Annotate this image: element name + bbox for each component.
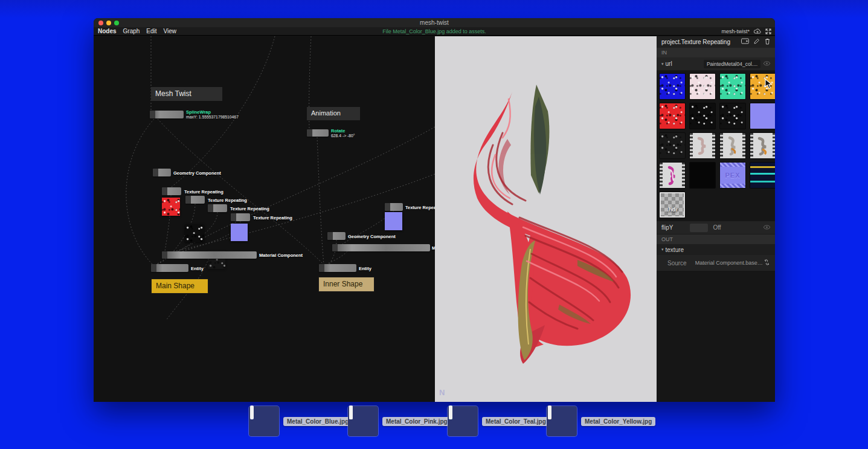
node-texture-repeating-2[interactable] bbox=[185, 196, 205, 204]
param-texture-row[interactable]: ▾ texture bbox=[657, 244, 775, 255]
desktop: mesh-twist Nodes Graph Edit View File Me… bbox=[0, 0, 868, 449]
comment-animation[interactable]: Animation bbox=[307, 107, 360, 120]
texture-thumb-teal[interactable] bbox=[720, 74, 745, 99]
node-splinewrap-value: maxY: 1.5555371798510467 bbox=[186, 115, 239, 120]
node-entity-left[interactable] bbox=[151, 264, 188, 272]
texture-thumb-blue[interactable] bbox=[660, 74, 685, 99]
node-entity-right-label: Entity bbox=[359, 266, 371, 271]
texture-thumb-pink[interactable] bbox=[690, 74, 715, 99]
file-label[interactable]: Metal_Color_Blue.jpg bbox=[283, 417, 352, 426]
texture-preview-black bbox=[185, 224, 204, 242]
file-thumbnail[interactable] bbox=[448, 406, 478, 436]
eye-icon[interactable] bbox=[764, 60, 770, 67]
param-url-value[interactable]: PaintedMetal04_col.... bbox=[704, 60, 760, 68]
viewport-3d[interactable]: N bbox=[435, 36, 657, 402]
node-geometry-right-label: Geometry Component bbox=[348, 234, 396, 239]
texture-thumb-red[interactable] bbox=[660, 103, 685, 129]
param-flipy-row: flipY Off bbox=[657, 221, 775, 234]
project-name: mesh-twist* bbox=[721, 28, 750, 34]
node-entity-left-label: Entity bbox=[191, 266, 204, 271]
status-message: File Metal_Color_Blue.jpg added to asset… bbox=[94, 28, 775, 34]
node-entity-right[interactable] bbox=[319, 264, 356, 272]
section-out: OUT bbox=[657, 234, 775, 244]
node-texture-repeating-2-label: Texture Repeating bbox=[208, 198, 247, 203]
texture-preview-periwinkle-right bbox=[385, 212, 402, 230]
file-metal-color-yellow[interactable]: Metal_Color_Yellow.jpg bbox=[547, 406, 655, 436]
node-graph-panel[interactable]: Mesh Twist Animation Main Shape Inner Sh… bbox=[94, 36, 435, 402]
node-rotate-value: 628.4 -> -80° bbox=[331, 134, 355, 138]
file-thumbnail[interactable] bbox=[249, 406, 279, 436]
node-texture-repeating-5-label: Texture Repeating bbox=[405, 205, 435, 210]
node-rotate[interactable] bbox=[307, 129, 329, 137]
texture-thumb-periwinkle[interactable] bbox=[750, 103, 775, 129]
texture-thumb-dark[interactable] bbox=[720, 103, 745, 129]
fullscreen-icon[interactable] bbox=[765, 28, 771, 34]
comment-main-shape[interactable]: Main Shape bbox=[151, 279, 208, 294]
param-flipy-label: flipY bbox=[661, 224, 673, 231]
file-metal-color-blue[interactable]: Metal_Color_Blue.jpg bbox=[249, 406, 352, 436]
menu-bar: Nodes Graph Edit View File Metal_Color_B… bbox=[94, 27, 775, 36]
source-value: Material Component.baseColo... bbox=[695, 260, 764, 266]
node-splinewrap-title: SplineWrap bbox=[186, 109, 239, 115]
caret-down-icon: ▾ bbox=[661, 62, 664, 66]
inspector-panel: project.Texture Repeating IN ▾ url Paint… bbox=[657, 36, 775, 402]
texture-thumb-hdr[interactable]: .hdr bbox=[660, 192, 685, 218]
file-label[interactable]: Metal_Color_Teal.jpg bbox=[482, 417, 550, 426]
texture-thumb-black[interactable] bbox=[690, 103, 715, 129]
texture-thumb-video-twist-orange[interactable] bbox=[750, 133, 775, 158]
node-texture-repeating-5[interactable] bbox=[385, 203, 403, 211]
file-metal-color-teal[interactable]: Metal_Color_Teal.jpg bbox=[448, 406, 550, 436]
node-texture-repeating-1-label: Texture Repeating bbox=[184, 189, 223, 195]
caret-down-icon: ▾ bbox=[661, 247, 664, 252]
node-geometry-left-label: Geometry Component bbox=[173, 170, 221, 176]
texture-thumb-solid-black[interactable] bbox=[690, 163, 715, 188]
inspector-title: project.Texture Repeating bbox=[661, 39, 730, 45]
texture-thumb-scanlines[interactable] bbox=[750, 163, 775, 188]
texture-thumb-pex[interactable]: PEX bbox=[720, 163, 745, 188]
node-material-left-label: Material Component bbox=[259, 253, 303, 258]
node-geometry-left[interactable] bbox=[153, 169, 171, 176]
param-url-row[interactable]: ▾ url PaintedMetal04_col.... bbox=[657, 57, 775, 71]
texture-thumb-charcoal[interactable] bbox=[660, 133, 685, 158]
texture-source-row: Source Material Component.baseColo... bbox=[657, 255, 775, 271]
node-texture-repeating-1[interactable] bbox=[162, 187, 181, 195]
texture-thumb-video-twist-silver[interactable] bbox=[720, 133, 745, 158]
mouse-cursor bbox=[765, 79, 773, 92]
comment-mesh-twist[interactable]: Mesh Twist bbox=[151, 87, 222, 101]
node-material-right[interactable] bbox=[332, 244, 430, 251]
trash-icon[interactable] bbox=[765, 38, 770, 46]
node-texture-repeating-3-label: Texture Repeating bbox=[230, 206, 269, 212]
node-rotate-title: Rotate bbox=[331, 128, 355, 134]
param-texture-label: texture bbox=[666, 247, 684, 253]
flipy-value: Off bbox=[713, 224, 721, 231]
node-splinewrap[interactable] bbox=[150, 111, 184, 118]
file-thumbnail[interactable] bbox=[547, 406, 577, 436]
texture-thumb-video-swirl-gray[interactable] bbox=[690, 133, 715, 158]
node-texture-repeating-3[interactable] bbox=[208, 204, 227, 212]
param-url-label: url bbox=[666, 60, 672, 67]
twisted-mesh-render bbox=[435, 36, 657, 402]
texture-library-grid: PEX .hdr bbox=[657, 71, 775, 219]
node-material-left[interactable] bbox=[162, 251, 257, 259]
window-title: mesh-twist bbox=[94, 19, 775, 26]
file-label[interactable]: Metal_Color_Yellow.jpg bbox=[581, 417, 655, 426]
viewport-watermark: N bbox=[439, 388, 445, 397]
cloud-sync-icon[interactable] bbox=[754, 28, 761, 34]
node-texture-repeating-4[interactable] bbox=[231, 213, 250, 221]
source-label: Source bbox=[667, 260, 687, 266]
unlink-icon[interactable] bbox=[764, 259, 770, 267]
app-window: mesh-twist Nodes Graph Edit View File Me… bbox=[94, 18, 775, 402]
file-label[interactable]: Metal_Color_Pink.jpg bbox=[382, 417, 451, 426]
node-texture-repeating-4-label: Texture Repeating bbox=[253, 215, 292, 221]
edit-pen-icon[interactable] bbox=[754, 38, 760, 46]
comment-inner-shape[interactable]: Inner Shape bbox=[318, 277, 375, 292]
file-thumbnail[interactable] bbox=[348, 406, 378, 436]
node-geometry-right[interactable] bbox=[327, 232, 346, 240]
window-titlebar[interactable]: mesh-twist bbox=[94, 18, 775, 27]
texture-preview-red bbox=[162, 198, 180, 216]
screenshot-icon[interactable] bbox=[741, 38, 749, 46]
eye-icon[interactable] bbox=[764, 224, 770, 231]
texture-thumb-video-swirl-magenta[interactable] bbox=[660, 163, 685, 188]
flipy-checkbox[interactable] bbox=[690, 224, 708, 232]
file-metal-color-pink[interactable]: Metal_Color_Pink.jpg bbox=[348, 406, 451, 436]
